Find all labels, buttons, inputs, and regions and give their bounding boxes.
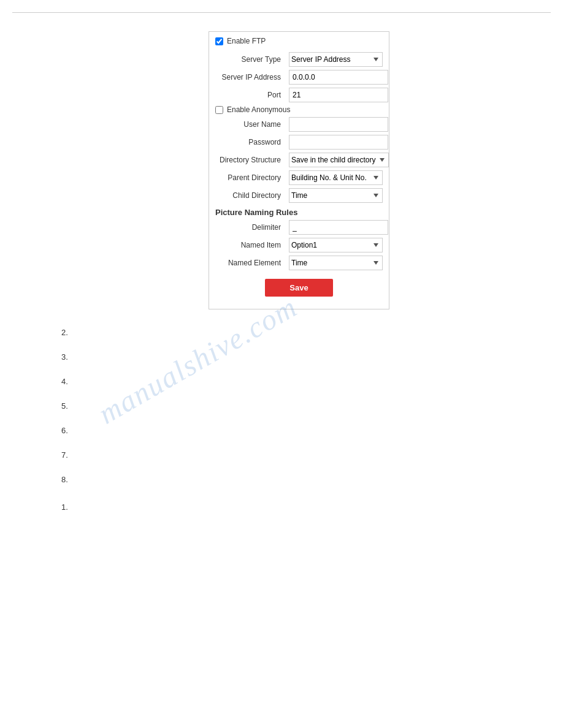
list-num-8: 8. xyxy=(61,475,68,484)
named-item-label: Named Item xyxy=(215,241,286,249)
server-ip-label: Server IP Address xyxy=(215,73,286,82)
numbered-list: 2. 3. 4. 5. 6. 7. 8. xyxy=(61,328,502,484)
username-label: User Name xyxy=(215,120,286,129)
list-item: 5. xyxy=(61,401,502,411)
username-input[interactable] xyxy=(289,117,388,132)
parent-directory-label: Parent Directory xyxy=(215,173,286,182)
list-item: 7. xyxy=(61,450,502,460)
enable-ftp-label[interactable]: Enable FTP xyxy=(227,37,266,45)
delimiter-input[interactable] xyxy=(289,220,388,235)
named-item-row: Named Item Option1 Option2 xyxy=(215,238,383,252)
child-directory-select[interactable]: Time Date xyxy=(289,188,383,203)
enable-anonymous-row: Enable Anonymous xyxy=(215,105,383,114)
save-button[interactable]: Save xyxy=(265,279,332,297)
list-num-5: 5. xyxy=(61,401,68,411)
child-directory-row: Child Directory Time Date xyxy=(215,188,383,203)
list-num-2: 2. xyxy=(61,328,68,337)
password-row: Password xyxy=(215,135,383,150)
list-num-3: 3. xyxy=(61,352,68,362)
directory-structure-label: Directory Structure xyxy=(215,156,286,164)
port-input[interactable] xyxy=(289,88,388,102)
enable-ftp-checkbox[interactable] xyxy=(215,37,223,45)
list-item: 8. xyxy=(61,475,502,484)
server-type-row: Server Type Server IP Address xyxy=(215,52,383,67)
server-ip-input[interactable] xyxy=(289,70,388,85)
list-num-7: 7. xyxy=(61,450,68,460)
named-element-row: Named Element Time Date xyxy=(215,256,383,270)
password-label: Password xyxy=(215,138,286,146)
list-num-1: 1. xyxy=(61,502,68,512)
top-divider xyxy=(12,12,551,13)
delimiter-row: Delimiter xyxy=(215,220,383,235)
named-element-select[interactable]: Time Date xyxy=(289,256,383,270)
parent-directory-select[interactable]: Building No. & Unit No. Building Unit No xyxy=(289,170,383,185)
parent-directory-row: Parent Directory Building No. & Unit No.… xyxy=(215,170,383,185)
save-row: Save xyxy=(209,279,389,297)
ftp-panel: Enable FTP Server Type Server IP Address… xyxy=(209,31,389,309)
child-directory-label: Child Directory xyxy=(215,191,286,200)
named-item-select[interactable]: Option1 Option2 xyxy=(289,238,383,252)
server-type-label: Server Type xyxy=(215,55,286,64)
server-type-select[interactable]: Server IP Address xyxy=(289,52,383,67)
port-row: Port xyxy=(215,88,383,102)
list-item: 2. xyxy=(61,328,502,337)
directory-structure-select[interactable]: Save in the child directory Save in the … xyxy=(289,153,389,167)
list-num-4: 4. xyxy=(61,377,68,386)
username-row: User Name xyxy=(215,117,383,132)
list-num-6: 6. xyxy=(61,426,68,435)
password-input[interactable] xyxy=(289,135,388,150)
list-item: 6. xyxy=(61,426,502,435)
port-label: Port xyxy=(215,91,286,99)
list-item: 3. xyxy=(61,352,502,362)
enable-anonymous-checkbox[interactable] xyxy=(215,106,223,114)
enable-anonymous-label[interactable]: Enable Anonymous xyxy=(227,105,290,114)
list-item: 4. xyxy=(61,377,502,386)
page-container: Enable FTP Server Type Server IP Address… xyxy=(0,0,563,728)
server-ip-row: Server IP Address xyxy=(215,70,383,85)
enable-ftp-row: Enable FTP xyxy=(209,32,389,49)
bottom-list-item: 1. xyxy=(61,502,502,512)
picture-naming-rules-title: Picture Naming Rules xyxy=(215,208,383,217)
delimiter-label: Delimiter xyxy=(215,223,286,232)
named-element-label: Named Element xyxy=(215,259,286,267)
directory-structure-row: Directory Structure Save in the child di… xyxy=(215,153,383,167)
